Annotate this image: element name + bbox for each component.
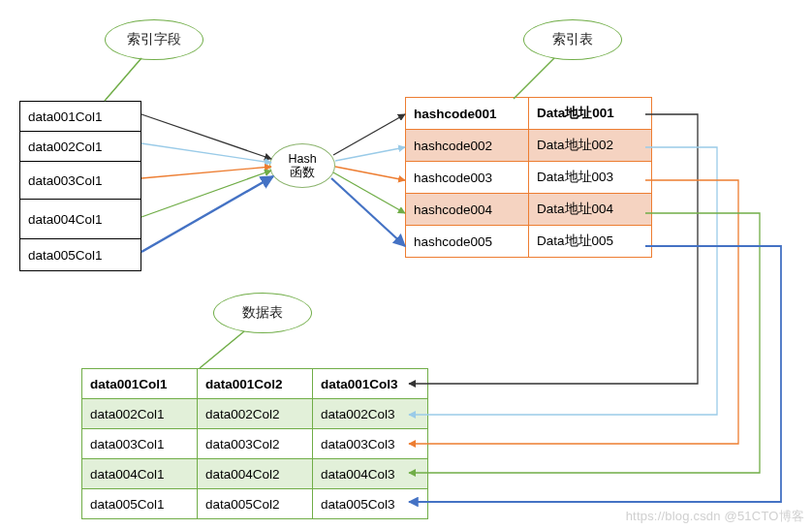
hash-function-node: Hash 函数 — [269, 143, 335, 188]
field-cell: data001Col1 — [20, 102, 141, 132]
svg-line-3 — [141, 114, 271, 159]
index-cell: hashcode005 — [406, 226, 529, 258]
svg-line-7 — [141, 176, 273, 252]
data-table: data001Col1 data001Col2 data001Col3 data… — [81, 368, 428, 519]
index-cell: Data地址005 — [529, 226, 652, 258]
field-cell: data003Col1 — [20, 162, 141, 200]
data-header-cell: data001Col3 — [313, 369, 428, 399]
callout-index-field: 索引字段 — [105, 19, 203, 60]
field-cell: data004Col1 — [20, 200, 141, 239]
svg-line-12 — [331, 178, 405, 246]
data-cell: data004Col2 — [198, 459, 313, 489]
field-cell: data002Col1 — [20, 132, 141, 162]
index-cell: hashcode002 — [406, 130, 529, 162]
callout-data-table: 数据表 — [213, 293, 312, 333]
callout-label: 数据表 — [242, 304, 283, 322]
svg-line-1 — [514, 58, 554, 99]
svg-line-6 — [141, 171, 271, 217]
callout-label: 索引表 — [552, 31, 593, 48]
svg-line-0 — [105, 58, 141, 101]
svg-line-4 — [141, 143, 271, 163]
data-cell: data005Col2 — [198, 489, 313, 519]
index-header-cell: hashcode001 — [406, 98, 529, 130]
data-header-cell: data001Col1 — [82, 369, 198, 399]
svg-line-10 — [335, 167, 405, 180]
data-cell: data002Col1 — [82, 399, 198, 429]
svg-line-5 — [141, 167, 271, 178]
index-cell: Data地址002 — [529, 130, 652, 162]
hash-fn-line1: Hash — [288, 152, 316, 166]
data-header-cell: data001Col2 — [198, 369, 313, 399]
svg-line-2 — [200, 331, 244, 368]
svg-line-9 — [335, 147, 405, 161]
data-cell: data005Col3 — [313, 489, 428, 519]
data-cell: data002Col2 — [198, 399, 313, 429]
svg-line-11 — [333, 172, 405, 213]
index-cell: Data地址004 — [529, 194, 652, 226]
data-cell: data003Col3 — [313, 429, 428, 459]
svg-line-8 — [333, 114, 405, 155]
data-cell: data002Col3 — [313, 399, 428, 429]
callout-label: 索引字段 — [127, 31, 181, 48]
index-field-table: data001Col1 data002Col1 data003Col1 data… — [19, 101, 141, 271]
watermark: https://blog.csdn @51CTO博客 — [626, 508, 804, 525]
index-cell: Data地址003 — [529, 162, 652, 194]
index-table: hashcode001 Data地址001 hashcode002Data地址0… — [405, 97, 652, 258]
index-cell: hashcode004 — [406, 194, 529, 226]
field-cell: data005Col1 — [20, 239, 141, 271]
callout-index-table: 索引表 — [523, 19, 622, 60]
index-header-cell: Data地址001 — [529, 98, 652, 130]
data-cell: data003Col1 — [82, 429, 198, 459]
data-cell: data003Col2 — [198, 429, 313, 459]
hash-fn-line2: 函数 — [290, 166, 315, 179]
index-cell: hashcode003 — [406, 162, 529, 194]
data-cell: data004Col3 — [313, 459, 428, 489]
data-cell: data004Col1 — [82, 459, 198, 489]
data-cell: data005Col1 — [82, 489, 198, 519]
